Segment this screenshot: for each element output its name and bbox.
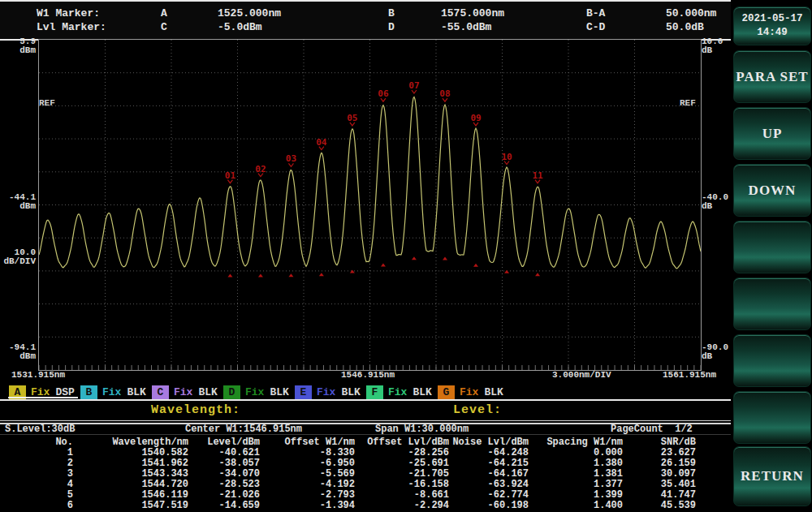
table-cell: 45.539 — [623, 501, 696, 511]
blank-button[interactable] — [733, 221, 811, 273]
sensitivity-level: S.Level:30dB — [5, 424, 75, 435]
trace-mode: Fix — [174, 386, 192, 398]
noise-marker-icon — [473, 264, 478, 267]
table-cell: 1.400 — [529, 501, 623, 511]
x-axis-start: 1531.915nm — [11, 370, 65, 380]
peak-label-11: 11 — [532, 170, 543, 181]
down-button[interactable]: DOWN — [733, 164, 811, 217]
trace-box-C: C — [152, 385, 169, 399]
marker-v3-row1: 50.000nm — [666, 7, 716, 19]
trace-select-F[interactable]: FFixBLK — [366, 385, 432, 399]
y-axis-left-top: 5.9dBm — [0, 37, 36, 55]
trace-select-G[interactable]: GFixBLK — [438, 385, 503, 399]
marker-c3-row1: B-A — [586, 7, 605, 19]
y-axis-right-mid: -40.0dB — [702, 193, 734, 211]
trace-state: BLK — [412, 386, 431, 398]
spectrum-plot: 0102030405060708091011 — [38, 39, 702, 371]
peak-label-09: 09 — [470, 113, 481, 123]
blank-button[interactable] — [733, 391, 811, 444]
span-wavelength: Span W1:30.000nm — [375, 424, 469, 435]
marker-v2-row1: 1575.000nm — [441, 7, 504, 19]
table-cell: 4 — [0, 480, 73, 490]
table-header-row: No.Wavelength/nmLevel/dBmOffset W1/nmOff… — [0, 437, 731, 448]
blank-button[interactable] — [733, 278, 811, 330]
noise-marker-icon — [381, 263, 386, 266]
trace-box-E: E — [295, 385, 312, 399]
table-cell: 1 — [0, 448, 73, 458]
noise-marker-icon — [535, 273, 540, 276]
trace-box-G: G — [438, 385, 455, 399]
trace-mode: Fix — [102, 386, 121, 398]
x-axis-center: 1546.915nm — [341, 370, 395, 380]
up-button[interactable]: UP — [733, 107, 811, 160]
table-cell: -2.294 — [355, 501, 449, 511]
column-header: Offset Lvl/dBm — [355, 437, 449, 448]
osa-screen: W1 Marker:A1525.000nmB1575.000nmB-A50.00… — [0, 0, 812, 512]
peak-label-05: 05 — [347, 113, 357, 123]
x-axis-labels: 1531.915nm 1546.915nm 3.000nm/DIV 1561.9… — [0, 370, 731, 383]
trace-state: BLK — [341, 386, 360, 398]
center-wavelength: Center W1:1546.915nm — [185, 424, 302, 435]
peak-table: No.Wavelength/nmLevel/dBmOffset W1/nmOff… — [0, 437, 731, 511]
y-axis-left-bottom: -94.1dBm — [0, 343, 36, 361]
marker-c3-row2: C-D — [586, 21, 605, 33]
separator — [0, 399, 731, 401]
trace-select-B[interactable]: BFixBLK — [80, 385, 146, 399]
noise-marker-icon — [288, 273, 293, 277]
noise-marker-icon — [319, 273, 324, 276]
trace-box-D: D — [223, 385, 240, 399]
trace-mode: Fix — [317, 386, 335, 398]
noise-marker-icon — [227, 273, 232, 277]
y-axis-left-mid: -44.1dBm — [0, 193, 36, 211]
para-set-button[interactable]: PARA SET — [733, 50, 811, 103]
datetime-button[interactable]: 2021-05-1714:49 — [733, 6, 811, 45]
noise-marker-icon — [412, 256, 417, 260]
trace-mode: Fix — [460, 386, 478, 398]
peak-label-04: 04 — [316, 137, 327, 148]
x-axis-per-div: 3.000nm/DIV — [552, 370, 611, 380]
blank-button[interactable] — [733, 334, 811, 387]
peak-label-03: 03 — [286, 153, 296, 164]
table-cell: 2 — [0, 458, 73, 469]
trace-state: BLK — [270, 386, 288, 398]
column-header: Noise Lvl/dBm — [449, 437, 529, 448]
level-section-title: Level: — [453, 403, 502, 417]
y-axis-left-scale: 10.0dB/DIV — [0, 248, 36, 266]
return-button[interactable]: RETURN — [733, 446, 811, 506]
peak-label-06: 06 — [378, 88, 389, 99]
trace-state: BLK — [127, 386, 145, 398]
trace-select-D[interactable]: DFixBLK — [223, 385, 289, 399]
y-axis-right-bottom: -90.0dB — [702, 343, 734, 361]
table-row: 61547.519-14.659-1.394-2.294-60.1981.400… — [0, 501, 731, 511]
ref-marker-left: REF — [39, 98, 55, 108]
x-axis-end: 1561.915nm — [663, 370, 716, 380]
marker-v1-row2: -5.0dBm — [218, 21, 262, 33]
table-cell: 5 — [0, 490, 73, 501]
trace-select-C[interactable]: CFixBLK — [152, 385, 218, 399]
trace-state: BLK — [198, 386, 217, 398]
column-header: No. — [0, 437, 73, 448]
peak-label-02: 02 — [255, 164, 266, 174]
column-header: Offset W1/nm — [260, 437, 355, 448]
table-cell: 1547.519 — [73, 501, 188, 511]
noise-marker-icon — [504, 270, 509, 273]
trace-state: BLK — [484, 386, 503, 398]
peak-label-01: 01 — [225, 170, 236, 181]
marker-c1-row2: C — [161, 21, 167, 33]
table-cell: 6 — [0, 501, 73, 511]
table-cell: 3 — [0, 469, 73, 480]
wavelength-section-title: Wavelength: — [151, 403, 240, 417]
marker-c1-row1: A — [161, 7, 167, 19]
table-cell: -1.394 — [260, 501, 355, 511]
trace-select-E[interactable]: EFixBLK — [295, 385, 361, 399]
marker-bar: W1 Marker:A1525.000nmB1575.000nmB-A50.00… — [0, 0, 731, 41]
trace-box-B: B — [80, 385, 97, 399]
column-header: Level/dBm — [188, 437, 260, 448]
y-axis-right-top: 10.0dB — [702, 37, 734, 55]
column-header: Wavelength/nm — [73, 437, 188, 448]
marker-c2-row2: D — [388, 21, 395, 33]
trace-mode: Fix — [388, 386, 407, 398]
marker-v2-row2: -55.0dBm — [441, 21, 491, 33]
spectrum-svg: 0102030405060708091011 — [39, 40, 701, 370]
marker-v1-row1: 1525.000nm — [218, 7, 281, 19]
